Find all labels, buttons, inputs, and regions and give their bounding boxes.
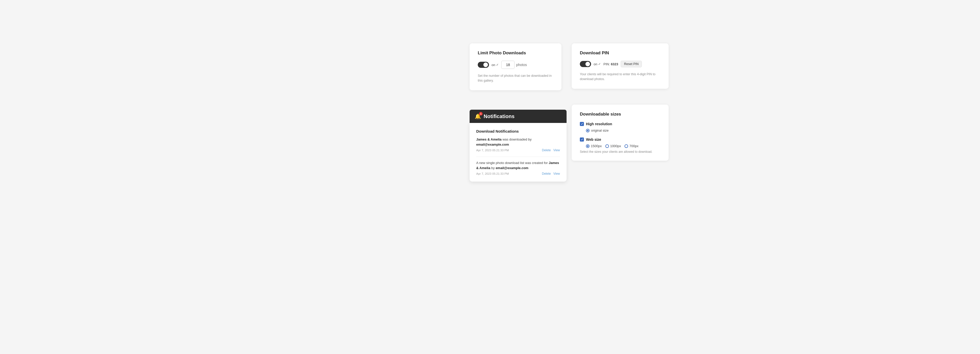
downloadable-sizes-title: Downloadable sizes: [580, 112, 660, 117]
sizes-description: Select the sizes your clients are allowe…: [580, 150, 660, 154]
notification-time-2: Apr 7, 2023 05:21:33 PM: [476, 172, 509, 175]
notifications-section-title: Download Notifications: [476, 129, 560, 133]
notifications-panel: 🔔 1 Notifications Download Notifications…: [469, 110, 566, 182]
notification-meta-1: Apr 7, 2023 05:21:33 PM Delete View: [476, 148, 560, 152]
limit-downloads-title: Limit Photo Downloads: [478, 51, 553, 56]
photos-input[interactable]: [501, 61, 514, 69]
label-1000px: 1000px: [610, 144, 621, 148]
notification-text-1: James & Amelia was downloaded by email@e…: [476, 137, 560, 147]
toggle-check: ✓: [496, 63, 499, 67]
notification-view-2[interactable]: View: [553, 172, 560, 175]
notification-actions-1: Delete View: [542, 148, 560, 152]
high-resolution-checkbox[interactable]: [580, 122, 584, 126]
radio-1500px[interactable]: [586, 144, 590, 148]
notifications-body: Download Notifications James & Amelia wa…: [469, 123, 566, 182]
limit-toggle[interactable]: [478, 62, 489, 68]
label-1500px: 1500px: [591, 144, 602, 148]
pin-description: Your clients will be required to enter t…: [580, 72, 660, 82]
original-size-radio[interactable]: [586, 129, 590, 132]
notifications-header: 🔔 1 Notifications: [469, 110, 566, 123]
notification-delete-1[interactable]: Delete: [542, 148, 551, 152]
notification-meta-2: Apr 7, 2023 05:21:33 PM Delete View: [476, 172, 560, 175]
notification-delete-2[interactable]: Delete: [542, 172, 551, 175]
notifications-title: Notifications: [484, 113, 514, 119]
limit-toggle-label: on ✓: [492, 63, 499, 67]
original-size-label: original size: [591, 129, 609, 132]
web-size-row: Web size: [580, 138, 660, 141]
pin-toggle-label: on ✓: [593, 62, 601, 66]
limit-description: Set the number of photos that can be dow…: [478, 73, 553, 83]
high-resolution-row: High resolution: [580, 122, 660, 126]
pin-toggle[interactable]: [580, 61, 591, 67]
pin-display: PIN: 6323: [603, 62, 618, 66]
web-size-1000: 1000px: [605, 144, 621, 148]
notification-item-2: A new single photo download list was cre…: [476, 160, 560, 175]
download-pin-title: Download PIN: [580, 51, 660, 56]
web-size-1500: 1500px: [586, 144, 602, 148]
notification-badge: 1: [479, 112, 483, 116]
radio-1000px[interactable]: [605, 144, 609, 148]
reset-pin-button[interactable]: Reset PIN: [620, 61, 642, 67]
bell-icon-wrap: 🔔 1: [475, 113, 481, 119]
photos-unit: photos: [516, 63, 527, 67]
label-700px: 700px: [629, 144, 638, 148]
web-size-checkbox[interactable]: [580, 138, 584, 141]
notification-item: James & Amelia was downloaded by email@e…: [476, 137, 560, 152]
web-size-label: Web size: [586, 138, 601, 141]
pin-toggle-check: ✓: [598, 62, 601, 66]
notification-time-1: Apr 7, 2023 05:21:33 PM: [476, 149, 509, 152]
downloadable-sizes-card: Downloadable sizes High resolution origi…: [572, 105, 669, 161]
notification-actions-2: Delete View: [542, 172, 560, 175]
original-size-row: original size: [586, 129, 660, 132]
high-resolution-label: High resolution: [586, 122, 612, 126]
radio-700px[interactable]: [625, 144, 628, 148]
notification-divider: [476, 157, 560, 157]
notification-text-2: A new single photo download list was cre…: [476, 160, 560, 170]
download-pin-card: Download PIN on ✓ PIN: 6323 Reset PIN Yo…: [572, 43, 669, 89]
photos-input-wrap: photos: [501, 61, 527, 69]
limit-downloads-card: Limit Photo Downloads on ✓ photos Set th…: [469, 43, 562, 90]
web-size-options: 1500px 1000px 700px: [586, 144, 660, 148]
web-size-700: 700px: [625, 144, 638, 148]
notification-view-1[interactable]: View: [553, 148, 560, 152]
